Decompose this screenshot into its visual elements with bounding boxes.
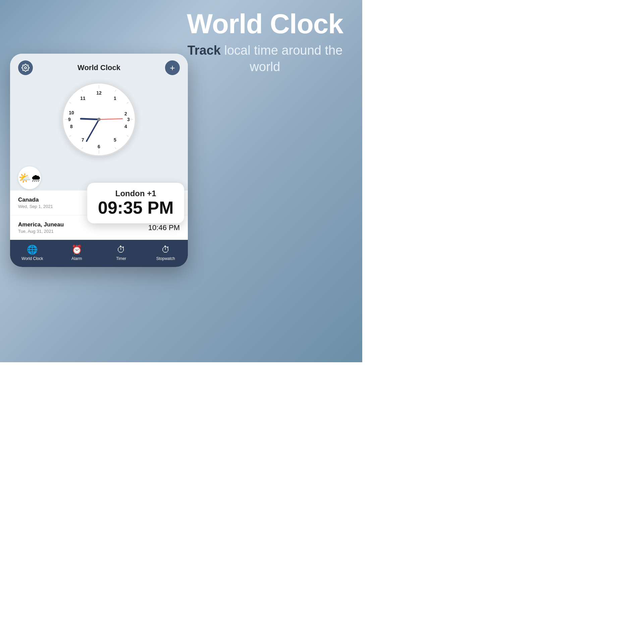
phone-mockup: World Clock + (10, 54, 188, 267)
nav-label-stopwatch: Stopwatch (156, 256, 175, 261)
time-item-left-juneau: America, Juneau Tue, Aug 31, 2021 (18, 221, 64, 234)
weather-icon: 🌤️🌧 (18, 166, 41, 189)
svg-point-29 (97, 118, 101, 121)
london-popup: London +1 09:35 PM (87, 183, 184, 223)
world-clock-icon: 🌐 (27, 245, 38, 255)
add-button[interactable]: + (165, 60, 180, 75)
svg-text:11: 11 (80, 96, 86, 101)
alarm-icon: ⏰ (71, 245, 82, 255)
hero-subtitle-bold: Track (187, 43, 221, 57)
settings-button[interactable] (18, 60, 33, 75)
svg-point-0 (24, 67, 26, 69)
city-time-juneau: 10:46 PM (148, 223, 180, 232)
stopwatch-icon: ⏱ (161, 245, 170, 255)
gear-icon (21, 64, 30, 72)
plus-icon: + (170, 63, 175, 73)
svg-text:3: 3 (127, 117, 130, 122)
city-date-juneau: Tue, Aug 31, 2021 (18, 229, 64, 234)
city-name-juneau: America, Juneau (18, 221, 64, 228)
nav-label-alarm: Alarm (71, 256, 82, 261)
nav-stopwatch[interactable]: ⏱ Stopwatch (144, 245, 188, 261)
svg-text:2: 2 (124, 111, 127, 116)
timer-icon: ⏱ (117, 245, 125, 255)
hero-title: World Clock (181, 10, 349, 38)
london-time: 09:35 PM (98, 198, 173, 217)
nav-label-timer: Timer (116, 256, 126, 261)
bottom-nav: 🌐 World Clock ⏰ Alarm ⏱ Timer ⏱ Stopwatc… (10, 240, 188, 267)
analog-clock: 12 1 2 3 4 5 6 7 8 9 10 11 (62, 83, 136, 156)
svg-text:6: 6 (98, 144, 100, 149)
hero-subtitle: Track local time around the world (181, 42, 349, 75)
city-name-canada: Canada (18, 197, 53, 203)
phone-title: World Clock (77, 63, 120, 72)
clock-section: 12 1 2 3 4 5 6 7 8 9 10 11 (10, 79, 188, 163)
hero-subtitle-rest: local time around the world (221, 43, 342, 74)
svg-text:12: 12 (96, 90, 102, 96)
phone-header: World Clock + (10, 54, 188, 79)
nav-world-clock[interactable]: 🌐 World Clock (10, 245, 55, 261)
svg-text:5: 5 (114, 137, 116, 143)
nav-alarm[interactable]: ⏰ Alarm (55, 245, 99, 261)
time-item-left-canada: Canada Wed, Sep 1, 2021 (18, 197, 53, 209)
svg-text:9: 9 (68, 117, 71, 122)
nav-timer[interactable]: ⏱ Timer (99, 245, 144, 261)
svg-text:1: 1 (114, 96, 116, 101)
svg-line-26 (81, 119, 99, 119)
svg-text:10: 10 (69, 110, 74, 115)
london-label: London +1 (98, 189, 173, 198)
weather-emoji: 🌤️🌧 (18, 172, 41, 184)
city-date-canada: Wed, Sep 1, 2021 (18, 204, 53, 209)
nav-label-world-clock: World Clock (21, 256, 43, 261)
svg-text:4: 4 (124, 124, 127, 129)
svg-text:7: 7 (82, 137, 84, 143)
svg-text:8: 8 (70, 124, 73, 129)
hero-section: World Clock Track local time around the … (181, 10, 349, 75)
clock-svg: 12 1 2 3 4 5 6 7 8 9 10 11 (62, 83, 136, 156)
